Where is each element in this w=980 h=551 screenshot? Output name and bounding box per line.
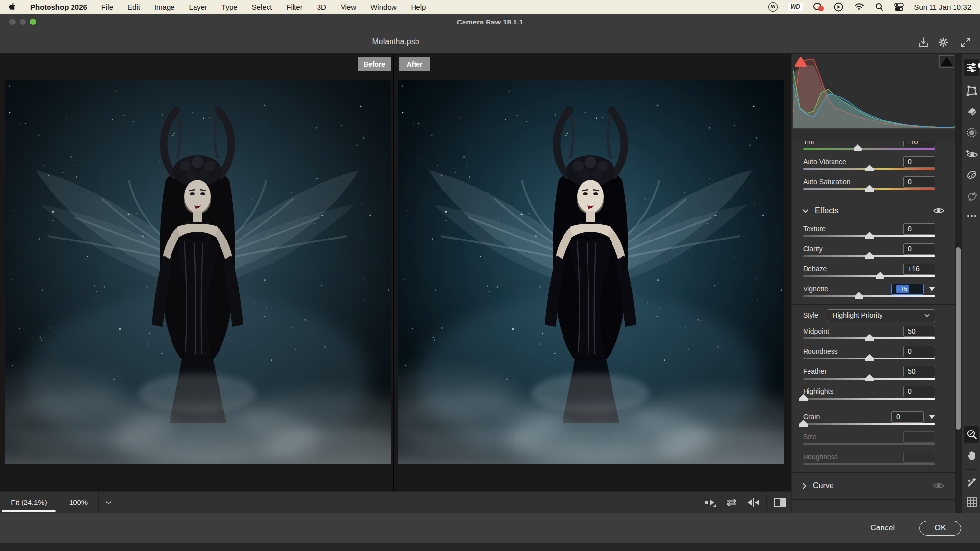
play-status-icon[interactable] bbox=[834, 2, 843, 12]
feather-slider-track[interactable] bbox=[803, 378, 935, 380]
cycle-view-mode-icon[interactable] bbox=[702, 495, 718, 510]
grain-label: Grain bbox=[803, 413, 820, 421]
roundness-value-field[interactable]: 0 bbox=[903, 346, 935, 357]
sync-settings-tool[interactable] bbox=[964, 189, 979, 205]
vignette-disclosure-triangle-icon[interactable] bbox=[924, 287, 935, 291]
masking-tool[interactable] bbox=[964, 124, 979, 141]
hand-tool[interactable] bbox=[964, 447, 979, 464]
menu-item-3d[interactable]: 3D bbox=[317, 3, 326, 11]
midpoint-value-field[interactable]: 50 bbox=[903, 326, 935, 337]
white-balance-eyedropper-tool[interactable] bbox=[964, 474, 979, 491]
vignette-slider-track[interactable] bbox=[803, 295, 935, 297]
edit-sliders-tool[interactable] bbox=[964, 59, 979, 76]
auto-saturation-value-field[interactable]: 0 bbox=[903, 176, 935, 188]
feather-label: Feather bbox=[803, 367, 827, 375]
slider-row-feather: Feather50 bbox=[792, 364, 956, 384]
fullscreen-toggle-icon[interactable] bbox=[958, 35, 973, 49]
before-image-viewport[interactable] bbox=[5, 80, 391, 464]
red-eye-tool[interactable] bbox=[964, 145, 979, 162]
tint-slider-track[interactable] bbox=[803, 148, 935, 150]
panel-scrollbar[interactable] bbox=[956, 247, 961, 430]
grain-slider-track[interactable] bbox=[803, 423, 935, 425]
healing-tool[interactable] bbox=[964, 103, 979, 120]
clarity-slider-track[interactable] bbox=[803, 255, 935, 257]
texture-value-field[interactable]: 0 bbox=[903, 223, 935, 235]
menu-clock[interactable]: Sun 11 Jan 10:32 bbox=[914, 3, 971, 11]
document-title: Melantha.psb bbox=[0, 30, 791, 53]
vignette-value-field[interactable]: -16 bbox=[891, 284, 924, 295]
menu-item-image[interactable]: Image bbox=[154, 3, 175, 11]
dehaze-value-field[interactable]: +16 bbox=[903, 264, 935, 275]
grain-disclosure-triangle-icon[interactable] bbox=[924, 415, 935, 419]
auto-vibrance-slider-track[interactable] bbox=[803, 168, 935, 170]
size-label: Size bbox=[803, 433, 816, 441]
size-value-field[interactable] bbox=[903, 431, 935, 443]
panel-scroll-area[interactable]: Tint-10Auto Vibrance0Auto Saturation0 Ef… bbox=[792, 141, 956, 509]
settings-gear-icon[interactable] bbox=[936, 35, 951, 49]
presets-tool[interactable] bbox=[964, 167, 979, 183]
auto-saturation-label: Auto Saturation bbox=[803, 178, 851, 186]
color-mixer-section-header[interactable]: Color Mixer bbox=[792, 502, 956, 509]
auto-saturation-slider-track[interactable] bbox=[803, 188, 935, 190]
menu-item-file[interactable]: File bbox=[101, 3, 113, 11]
menu-app-name[interactable]: Photoshop 2026 bbox=[30, 3, 87, 11]
highlights-slider-track[interactable] bbox=[803, 398, 935, 400]
effects-visibility-eye-icon[interactable] bbox=[933, 207, 944, 214]
apple-menu-icon[interactable] bbox=[9, 2, 16, 12]
curve-section-header[interactable]: Curve bbox=[792, 475, 956, 497]
ok-button[interactable]: OK bbox=[919, 521, 961, 536]
grain-value-field[interactable]: 0 bbox=[891, 411, 924, 423]
clarity-value-field[interactable]: 0 bbox=[903, 243, 935, 255]
zoom-tool[interactable] bbox=[964, 426, 979, 443]
wifi-status-icon[interactable] bbox=[854, 2, 864, 12]
midpoint-slider-track[interactable] bbox=[803, 337, 935, 339]
more-options-button[interactable] bbox=[964, 208, 979, 224]
zoom-100-tab[interactable]: 100% bbox=[58, 492, 98, 513]
swap-before-after-icon[interactable] bbox=[723, 495, 740, 510]
menu-item-filter[interactable]: Filter bbox=[286, 3, 302, 11]
cancel-button[interactable]: Cancel bbox=[867, 523, 898, 533]
highlights-value-field[interactable]: 0 bbox=[903, 386, 935, 397]
copy-settings-icon[interactable] bbox=[745, 495, 761, 510]
roundness-slider-track[interactable] bbox=[803, 358, 935, 359]
minimize-window-button[interactable] bbox=[20, 19, 26, 25]
curve-visibility-eye-icon[interactable] bbox=[933, 482, 944, 489]
zoom-level-dropdown[interactable] bbox=[99, 492, 118, 513]
zoom-window-button[interactable] bbox=[30, 19, 36, 25]
wd-status-icon[interactable]: WD bbox=[788, 2, 803, 12]
section-divider bbox=[792, 197, 956, 197]
creative-cloud-status-icon[interactable] bbox=[813, 2, 823, 11]
highlight-clipping-warning-icon[interactable] bbox=[939, 55, 954, 68]
save-image-icon[interactable] bbox=[916, 35, 931, 49]
dehaze-slider-track[interactable] bbox=[803, 275, 935, 277]
grid-overlay-tool[interactable] bbox=[964, 494, 979, 510]
menu-item-edit[interactable]: Edit bbox=[127, 3, 140, 11]
after-image-viewport[interactable] bbox=[398, 80, 784, 464]
histogram[interactable] bbox=[793, 55, 955, 141]
spotlight-search-icon[interactable] bbox=[875, 2, 883, 12]
control-center-icon[interactable] bbox=[894, 2, 904, 12]
menu-item-select[interactable]: Select bbox=[252, 3, 272, 11]
menu-item-help[interactable]: Help bbox=[411, 3, 426, 11]
texture-slider-track[interactable] bbox=[803, 235, 935, 237]
effects-section-header[interactable]: Effects bbox=[792, 200, 956, 221]
menu-item-type[interactable]: Type bbox=[221, 3, 238, 11]
before-view-tab[interactable]: Before bbox=[358, 57, 391, 71]
menu-item-window[interactable]: Window bbox=[370, 3, 396, 11]
document-toolbar: Melantha.psb bbox=[0, 30, 980, 54]
feather-value-field[interactable]: 50 bbox=[903, 366, 935, 377]
auto-vibrance-value-field[interactable]: 0 bbox=[903, 156, 935, 168]
tint-value-field[interactable]: -10 bbox=[903, 141, 935, 147]
close-window-button[interactable] bbox=[9, 19, 16, 25]
crop-tool[interactable] bbox=[964, 82, 979, 99]
menu-item-layer[interactable]: Layer bbox=[189, 3, 208, 11]
shadow-clipping-warning-icon[interactable] bbox=[793, 55, 808, 68]
roughness-value-field[interactable] bbox=[903, 452, 935, 463]
fit-zoom-tab[interactable]: Fit (24.1%) bbox=[0, 492, 58, 513]
style-dropdown[interactable]: Highlight Priority bbox=[827, 309, 935, 322]
wacom-status-icon[interactable]: w bbox=[768, 2, 778, 12]
effects-section-title: Effects bbox=[815, 206, 839, 215]
after-view-tab[interactable]: After bbox=[399, 57, 430, 71]
menu-item-view[interactable]: View bbox=[341, 3, 356, 11]
split-view-icon[interactable] bbox=[772, 495, 788, 510]
